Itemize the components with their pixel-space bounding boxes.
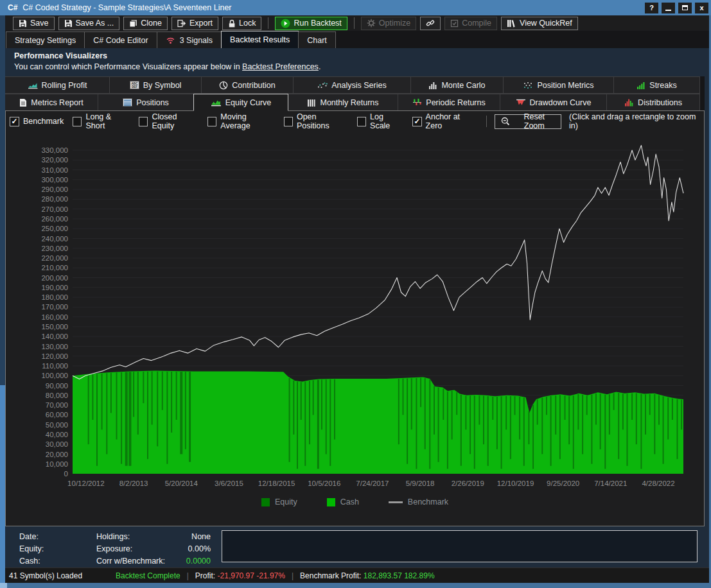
toolbar-button-optimize[interactable]: Optimize	[361, 17, 416, 30]
svg-text:260,000: 260,000	[41, 215, 68, 223]
visualizer-tab-position-metrics[interactable]: Position Metrics	[503, 76, 614, 94]
toolbar-button-save-as[interactable]: Save As ...	[58, 17, 120, 30]
position-metrics-icon	[523, 82, 533, 89]
help-button[interactable]: ?	[645, 3, 658, 13]
maximize-button[interactable]	[678, 3, 692, 13]
equity-curve-icon	[211, 99, 222, 107]
visualizer-tab-equity-curve[interactable]: Equity Curve	[193, 94, 288, 111]
visualizer-tab-streaks[interactable]: Streaks	[613, 76, 700, 94]
subtitle-suffix: .	[319, 62, 320, 71]
visualizer-tab-label: Monte Carlo	[441, 81, 485, 90]
holdings-value: None	[180, 531, 211, 543]
visualizer-tab-analysis-series[interactable]: Analysis Series	[293, 76, 411, 94]
checkbox-long-short[interactable]: Long & Short	[73, 112, 130, 130]
checkbox-open-positions[interactable]: Open Positions	[284, 112, 348, 130]
window-controls: ?x	[642, 3, 708, 13]
toolbar-button-view-quickref[interactable]: View QuickRef	[501, 17, 578, 30]
tab-3-signals[interactable]: 3 Signals	[157, 31, 222, 48]
contribution-icon	[219, 81, 228, 90]
tab-label: C# Code Editor	[93, 36, 148, 45]
exposure-label: Exposure:	[96, 543, 180, 555]
window-title: C# Coded Strategy - Sample Strategies\A …	[22, 3, 642, 12]
status-bar: 41 Symbol(s) Loaded Backtest Complete | …	[5, 567, 709, 583]
legend-label: Cash	[340, 497, 359, 506]
visualizer-tab-by-symbol[interactable]: ABCDEFBy Symbol	[109, 76, 202, 94]
svg-text:0: 0	[64, 470, 68, 478]
toolbar-button-run-backtest[interactable]: Run Backtest	[275, 17, 347, 30]
svg-text:20,000: 20,000	[46, 451, 68, 458]
visualizer-tab-periodic-returns[interactable]: Periodic Returns	[398, 94, 500, 111]
visualizer-tab-distributions[interactable]: Distributions	[606, 94, 700, 111]
toolbar-button-compile[interactable]: Compile	[444, 17, 497, 30]
backtest-preferences-link[interactable]: Backtest Preferences	[242, 62, 319, 71]
chart-control-bar: ✓BenchmarkLong & ShortClosed EquityMovin…	[10, 113, 701, 130]
tab-label: 3 Signals	[180, 36, 213, 45]
svg-text:90,000: 90,000	[46, 382, 68, 390]
svg-text:180,000: 180,000	[41, 293, 68, 301]
checkbox-anchor-at-zero[interactable]: ✓Anchor at Zero	[412, 112, 475, 130]
checkbox-moving-average[interactable]: Moving Average	[207, 112, 275, 130]
toolbar-button-label: Optimize	[379, 19, 410, 28]
chart-legend: EquityCashBenchmark	[6, 497, 704, 506]
toolbar-button-save[interactable]: Save	[13, 17, 55, 30]
corr-label: Corr w/Benchmark:	[96, 555, 180, 567]
toolbar-button-clone[interactable]: Clone	[123, 17, 168, 30]
checkbox-box[interactable]: ✓	[10, 117, 19, 126]
svg-text:310,000: 310,000	[41, 166, 68, 174]
visualizer-tab-monthly-returns[interactable]: Monthly Returns	[288, 94, 398, 111]
legend-item-cash: Cash	[327, 497, 359, 506]
save-icon	[19, 19, 27, 28]
visualizer-tab-rolling-profit[interactable]: Rolling Profit	[4, 76, 110, 94]
svg-text:130,000: 130,000	[41, 343, 68, 350]
minimize-button[interactable]	[662, 3, 675, 13]
svg-text:120,000: 120,000	[41, 352, 68, 360]
svg-text:330,000: 330,000	[41, 146, 68, 154]
checkbox-box[interactable]	[207, 117, 216, 126]
visualizer-tab-metrics-report[interactable]: Metrics Report	[4, 94, 98, 111]
checkbox-closed-equity[interactable]: Closed Equity	[139, 112, 198, 130]
distributions-icon	[624, 98, 634, 107]
tab-chart[interactable]: Chart	[298, 31, 336, 48]
performance-visualizers-header: Performance Visualizers You can control …	[5, 48, 709, 76]
title-bar: C# C# Coded Strategy - Sample Strategies…	[0, 0, 711, 15]
toolbar: SaveSave As ...CloneExportLockRun Backte…	[5, 15, 709, 31]
svg-text:7/24/2017: 7/24/2017	[356, 480, 389, 487]
visualizer-tab-row-2: Metrics ReportPositionsEquity CurveMonth…	[5, 94, 705, 111]
visualizer-tab-contribution[interactable]: Contribution	[201, 76, 294, 94]
tab-c-code-editor[interactable]: C# Code Editor	[84, 31, 157, 48]
visualizer-tab-monte-carlo[interactable]: Monte Carlo	[410, 76, 504, 94]
svg-text:280,000: 280,000	[41, 195, 68, 203]
checkbox-benchmark[interactable]: ✓Benchmark	[10, 117, 64, 126]
svg-text:160,000: 160,000	[41, 313, 68, 321]
checkbox-box[interactable]	[284, 117, 293, 126]
tab-strategy-settings[interactable]: Strategy Settings	[6, 31, 85, 48]
checkbox-log-scale[interactable]: Log Scale	[357, 112, 404, 130]
app-icon: C#	[8, 3, 17, 12]
date-label: Date:	[19, 531, 96, 543]
legend-swatch-benchmark	[389, 501, 403, 503]
equity-curve-chart[interactable]: 10,00020,00030,00040,00050,00060,00070,0…	[6, 130, 705, 494]
monthly-returns-icon	[307, 99, 316, 107]
optimize-icon	[367, 19, 376, 28]
tab-backtest-results[interactable]: Backtest Results	[221, 31, 299, 48]
toolbar-button-blank[interactable]	[420, 17, 441, 30]
visualizer-tab-label: Positions	[136, 98, 169, 107]
legend-label: Equity	[275, 497, 297, 506]
positions-icon	[123, 98, 132, 107]
analysis-series-icon	[317, 82, 328, 89]
checkbox-box[interactable]	[357, 117, 366, 126]
visualizer-tab-positions[interactable]: Positions	[98, 94, 194, 111]
svg-text:10/5/2016: 10/5/2016	[308, 480, 340, 487]
link-icon	[426, 19, 435, 28]
visualizer-tab-label: Streaks	[649, 81, 676, 90]
checkbox-box[interactable]	[139, 117, 148, 126]
checkbox-box[interactable]: ✓	[412, 117, 421, 126]
checkbox-box[interactable]	[73, 117, 82, 126]
reset-zoom-button[interactable]: Reset Zoom	[495, 114, 562, 129]
svg-text:60,000: 60,000	[46, 411, 68, 419]
close-button[interactable]: x	[695, 3, 708, 13]
svg-text:240,000: 240,000	[41, 235, 68, 243]
visualizer-tab-drawdown-curve[interactable]: Drawdown Curve	[500, 94, 607, 111]
toolbar-button-export[interactable]: Export	[171, 17, 218, 30]
toolbar-button-lock[interactable]: Lock	[222, 17, 261, 30]
